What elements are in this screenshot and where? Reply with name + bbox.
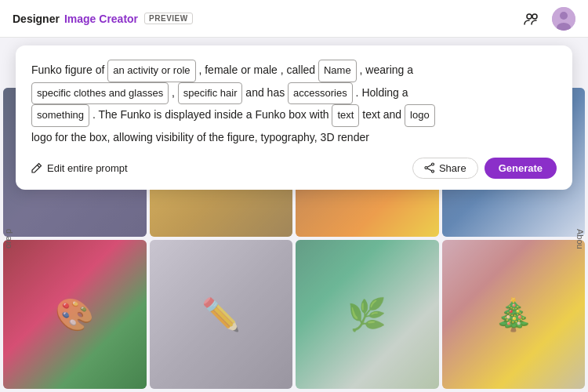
prompt-prefix: Funko figure of (31, 64, 104, 76)
action-buttons: Share Generate (412, 158, 557, 179)
svg-point-1 (532, 14, 537, 19)
image-cell-7 (296, 240, 439, 389)
main-content: ore p Abou Funko figure of an activity o… (0, 38, 588, 392)
separator3: , (172, 86, 175, 99)
prompt-card: Funko figure of an activity or role , fe… (16, 45, 572, 190)
header-right-area (521, 7, 575, 31)
svg-point-5 (431, 163, 434, 165)
user-avatar[interactable] (552, 7, 575, 31)
share-label: Share (439, 162, 466, 174)
separator4: and has (245, 86, 285, 99)
svg-point-6 (431, 170, 434, 172)
image-creator-label: Image Creator (64, 13, 138, 25)
separator5: . Holding a (356, 86, 408, 99)
text-input[interactable]: text (332, 104, 359, 127)
activity-role-input[interactable]: an activity or role (107, 60, 195, 82)
image-cell-6 (150, 240, 293, 389)
generate-button[interactable]: Generate (485, 158, 557, 179)
svg-point-7 (425, 167, 427, 169)
app-header: Designer Image Creator PREVIEW (0, 0, 588, 38)
image-cell-8 (442, 240, 586, 389)
accessories-input[interactable]: accessories (288, 82, 353, 105)
left-side-label: ore p (0, 226, 16, 252)
share-people-icon[interactable] (521, 8, 543, 30)
svg-point-3 (560, 12, 568, 20)
image-cell-5 (3, 240, 147, 389)
name-input[interactable]: Name (318, 60, 357, 82)
share-button[interactable]: Share (412, 158, 478, 179)
separator7: text and (362, 108, 401, 121)
designer-label: Designer (13, 13, 60, 25)
prompt-text-area: Funko figure of an activity or role , fe… (31, 60, 557, 148)
right-side-label: Abou (572, 226, 588, 252)
share-icon (424, 162, 435, 173)
svg-point-0 (527, 14, 532, 19)
clothes-glasses-input[interactable]: specific clothes and glasses (31, 82, 169, 105)
separator6: . The Funko is displayed inside a Funko … (93, 108, 329, 121)
logo-input[interactable]: logo (405, 104, 435, 127)
edit-icon (31, 162, 42, 173)
holding-input[interactable]: something (31, 104, 89, 127)
svg-line-8 (427, 165, 432, 167)
svg-line-9 (427, 169, 432, 171)
separator2: , wearing a (360, 64, 413, 76)
prompt-suffix: logo for the box, allowing visibility of… (31, 131, 369, 143)
preview-badge: PREVIEW (144, 13, 193, 24)
separator1: , female or male , called (198, 64, 315, 76)
edit-prompt-button[interactable]: Edit entire prompt (31, 162, 128, 174)
prompt-actions: Edit entire prompt Share Generate (31, 158, 557, 179)
edit-prompt-label: Edit entire prompt (47, 162, 128, 174)
hair-input[interactable]: specific hair (178, 82, 243, 105)
